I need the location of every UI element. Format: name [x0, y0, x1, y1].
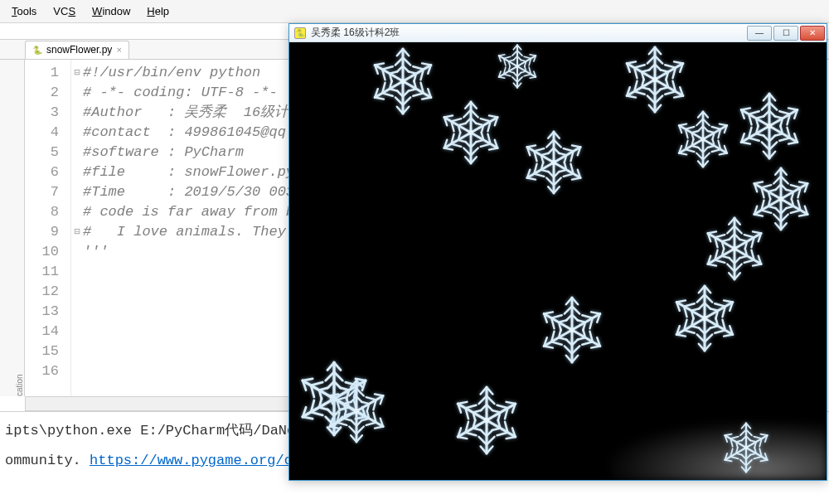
tool-window-sidebar[interactable]: cation	[0, 60, 25, 396]
window-titlebar[interactable]: 🐍 吴秀柔 16级计科2班 — ☐ ✕	[289, 24, 827, 42]
fold-mark[interactable]	[71, 103, 83, 123]
fold-mark[interactable]	[71, 123, 83, 143]
fold-mark[interactable]	[71, 83, 83, 103]
snowflake	[324, 379, 389, 446]
maximize-button[interactable]: ☐	[773, 26, 798, 41]
fold-mark[interactable]	[71, 262, 83, 282]
snowflake	[538, 296, 606, 366]
window-title: 吴秀柔 16级计科2班	[311, 26, 400, 40]
line-number: 9	[25, 222, 59, 242]
snowflake	[369, 47, 437, 118]
pygame-canvas	[289, 42, 827, 480]
fold-mark[interactable]	[71, 282, 83, 302]
close-icon[interactable]: ×	[116, 45, 121, 55]
menu-window[interactable]: WindowWindow	[84, 2, 138, 21]
line-number: 13	[25, 302, 59, 322]
fold-mark[interactable]: ⊟	[71, 222, 83, 242]
fold-gutter: ⊟⊟	[71, 60, 83, 396]
line-number: 16	[25, 361, 59, 381]
fold-mark[interactable]	[71, 302, 83, 322]
snowflake	[452, 385, 521, 458]
fold-mark[interactable]	[71, 322, 83, 342]
pygame-link[interactable]: https://www.pygame.org/co	[90, 453, 301, 468]
fold-mark[interactable]	[71, 361, 83, 381]
line-number: 14	[25, 322, 59, 342]
minimize-button[interactable]: —	[747, 26, 772, 41]
fold-mark[interactable]	[71, 162, 83, 182]
python-file-icon: 🐍	[32, 45, 42, 55]
line-number: 15	[25, 342, 59, 361]
menu-bar: TToolsools VCSVCS WindowWindow HelpHelp	[0, 0, 829, 23]
fold-mark[interactable]	[71, 342, 83, 361]
pygame-icon: 🐍	[294, 27, 306, 39]
watermark-smudge	[611, 422, 827, 480]
snowflake	[674, 110, 732, 171]
snowflake	[621, 46, 689, 116]
menu-help[interactable]: HelpHelp	[138, 2, 177, 21]
line-number: 4	[25, 123, 59, 143]
pygame-window: 🐍 吴秀柔 16级计科2班 — ☐ ✕	[288, 23, 827, 481]
line-number: 7	[25, 182, 59, 202]
fold-mark[interactable]: ⊟	[71, 63, 83, 83]
snowflake	[439, 100, 503, 167]
line-number: 11	[25, 262, 59, 282]
menu-vcs[interactable]: VCSVCS	[45, 2, 84, 21]
tab-label: snowFlower.py	[46, 44, 112, 56]
fold-mark[interactable]	[71, 242, 83, 262]
snowflake	[735, 92, 803, 162]
line-number: 12	[25, 282, 59, 302]
fold-mark[interactable]	[71, 202, 83, 222]
line-number: 6	[25, 162, 59, 182]
snowflake	[702, 216, 767, 284]
window-buttons: — ☐ ✕	[745, 26, 825, 41]
close-button[interactable]: ✕	[800, 26, 825, 41]
line-number: 5	[25, 143, 59, 162]
line-number: 1	[25, 63, 59, 83]
snowflake	[671, 284, 739, 355]
snowflake	[495, 44, 540, 91]
line-number: 3	[25, 103, 59, 123]
menu-tools[interactable]: TToolsools	[3, 2, 45, 21]
line-number-gutter: 12345678910111213141516	[25, 60, 71, 396]
line-number: 8	[25, 202, 59, 222]
line-number: 2	[25, 83, 59, 103]
fold-mark[interactable]	[71, 143, 83, 162]
fold-mark[interactable]	[71, 182, 83, 202]
snowflake	[521, 130, 586, 197]
snowflake	[720, 422, 772, 476]
tab-snowflower[interactable]: 🐍 snowFlower.py ×	[25, 41, 129, 59]
line-number: 10	[25, 242, 59, 262]
sidebar-label: cation	[15, 159, 24, 396]
